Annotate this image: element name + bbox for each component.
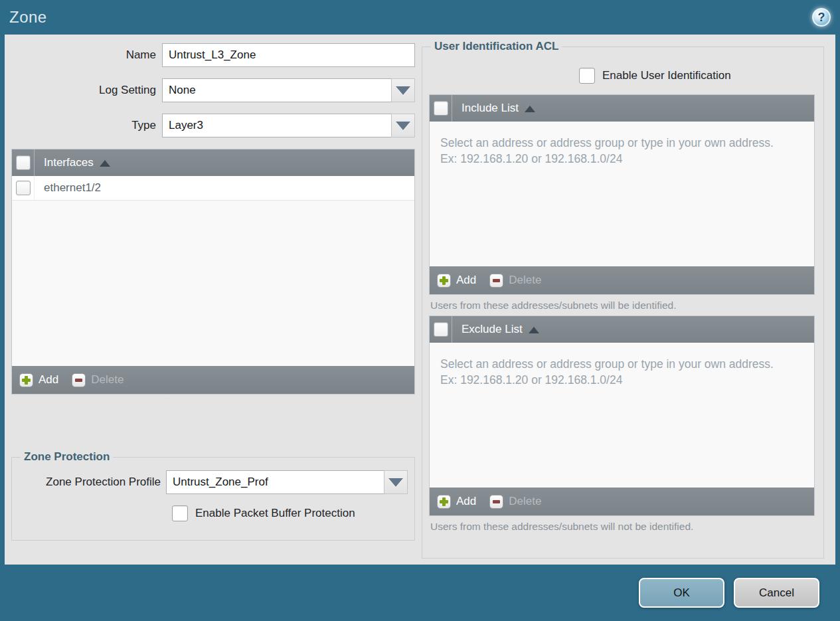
zone-protection-profile-dropdown-button[interactable] [384,470,408,494]
interfaces-table-footer: Add Delete [12,366,414,394]
select-all-cell [430,316,452,343]
add-label: Add [39,373,58,387]
name-label: Name [11,48,162,62]
include-list-column-header[interactable]: Include List [452,102,535,115]
dialog-footer: OK Cancel [0,565,840,621]
packet-buffer-row: Enable Packet Buffer Protection [19,505,408,521]
interfaces-table-body: ethernet1/2 [12,176,414,366]
add-button[interactable]: Add [437,274,476,288]
delete-icon [489,274,503,288]
log-setting-dropdown-button[interactable] [391,78,415,102]
add-icon [437,274,451,288]
zone-protection-profile-row: Zone Protection Profile [19,470,408,494]
include-list-caption: Users from these addresses/subnets will … [430,300,817,311]
add-label: Add [456,274,476,287]
enable-user-identification-label: Enable User Identification [602,69,731,82]
delete-label: Delete [91,373,124,387]
include-list-header: Include List [430,95,814,122]
exclude-list-caption: Users from these addresses/subnets will … [430,521,817,533]
zone-protection-profile-input[interactable] [166,470,384,494]
include-list-footer: Add Delete [430,266,814,294]
row-checkbox[interactable] [16,181,31,195]
log-setting-input[interactable] [162,78,392,102]
name-input[interactable] [162,43,415,67]
add-button[interactable]: Add [19,373,58,387]
type-row: Type [11,114,415,137]
interface-name: ethernet1/2 [35,181,101,195]
delete-button[interactable]: Delete [72,373,124,387]
include-list-column-label: Include List [462,102,519,115]
help-icon[interactable]: ? [812,8,831,27]
type-combobox [162,114,415,137]
left-column: Name Log Setting Type [11,43,415,541]
exclude-list-body: Select an address or address group or ty… [430,343,814,488]
ok-button[interactable]: OK [639,578,724,608]
select-all-checkbox[interactable] [434,101,448,116]
log-setting-combobox [162,78,415,102]
chevron-down-icon [388,478,403,487]
cancel-button[interactable]: Cancel [734,578,819,608]
delete-icon [72,373,86,387]
exclude-list-column-header[interactable]: Exclude List [452,323,539,336]
interfaces-table-header: Interfaces [12,149,414,176]
exclude-list-placeholder: Select an address or address group or ty… [440,356,776,388]
type-dropdown-button[interactable] [391,114,415,137]
delete-icon [489,495,503,509]
delete-button[interactable]: Delete [489,495,541,509]
interfaces-table: Interfaces ethernet1/2 Add [11,149,415,395]
include-list-body: Select an address or address group or ty… [430,122,814,266]
sort-ascending-icon [525,106,535,112]
delete-label: Delete [509,495,541,508]
table-row[interactable]: ethernet1/2 [12,176,414,201]
user-identification-legend: User Identification ACL [431,40,562,53]
interfaces-column-header[interactable]: Interfaces [35,156,110,169]
exclude-list-footer: Add Delete [430,488,814,515]
packet-buffer-label: Enable Packet Buffer Protection [195,507,355,520]
zone-dialog-window: Zone ? Name Log Setting Type [0,0,840,621]
select-all-cell [12,149,35,176]
select-all-checkbox[interactable] [434,322,448,337]
add-label: Add [456,495,476,508]
dialog-title: Zone [9,8,47,27]
sort-ascending-icon [529,327,539,333]
select-all-cell [430,95,452,122]
include-list-table: Include List Select an address or addres… [429,94,815,295]
zone-protection-profile-label: Zone Protection Profile [19,476,166,489]
sort-ascending-icon [100,160,110,167]
titlebar: Zone ? [0,0,840,35]
exclude-list-header: Exclude List [430,316,814,343]
dialog-body: Name Log Setting Type [5,35,835,565]
chevron-down-icon [396,86,410,95]
packet-buffer-checkbox[interactable] [172,505,188,521]
delete-label: Delete [509,274,541,287]
select-all-checkbox[interactable] [16,155,31,170]
type-input[interactable] [162,114,392,137]
add-icon [19,373,33,387]
add-icon [437,495,451,509]
include-list-placeholder: Select an address or address group or ty… [440,135,776,167]
add-button[interactable]: Add [437,495,476,509]
log-setting-row: Log Setting [11,78,415,102]
exclude-list-table: Exclude List Select an address or addres… [429,315,815,516]
user-identification-section: User Identification ACL Enable User Iden… [422,40,824,559]
enable-user-identification-row: Enable User Identification [429,68,817,84]
type-label: Type [11,119,162,132]
row-checkbox-cell [12,176,35,200]
log-setting-label: Log Setting [11,84,162,97]
zone-protection-profile-combobox [166,470,408,494]
enable-user-identification-checkbox[interactable] [579,68,595,84]
zone-protection-section: Zone Protection Zone Protection Profile … [11,450,415,541]
name-row: Name [11,43,415,67]
interfaces-column-label: Interfaces [44,156,94,169]
zone-protection-legend: Zone Protection [21,450,113,464]
chevron-down-icon [396,122,410,130]
exclude-list-column-label: Exclude List [462,323,523,336]
delete-button[interactable]: Delete [489,274,541,288]
